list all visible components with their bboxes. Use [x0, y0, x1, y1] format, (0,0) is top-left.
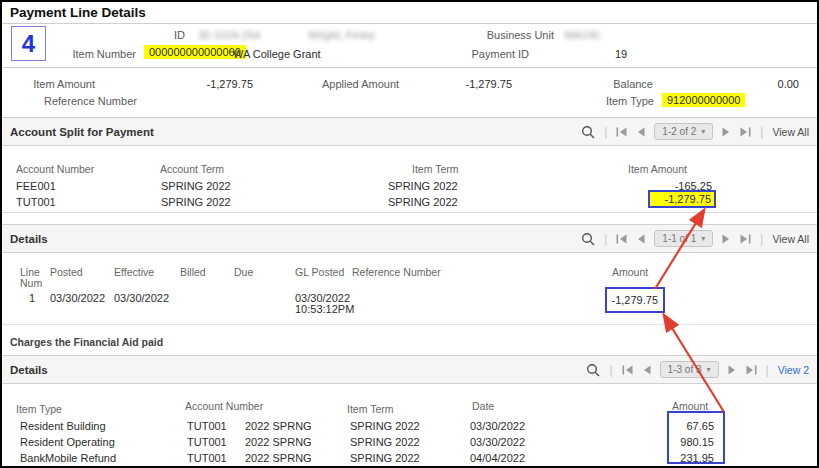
col-item-term: Item Term — [347, 403, 393, 415]
next-page-icon[interactable] — [722, 234, 731, 244]
previous-page-icon[interactable] — [636, 127, 645, 137]
id-label: ID — [122, 29, 185, 41]
col-amount: Amount — [612, 266, 648, 278]
page-title: Payment Line Details — [10, 5, 146, 20]
pagination-separator: | — [604, 232, 607, 246]
col-reference-number: Reference Number — [352, 266, 441, 278]
payment-id-value: 19 — [615, 48, 627, 60]
cell-item-term: SPRING 2022 — [388, 196, 458, 208]
view-all-link[interactable]: View All — [772, 233, 809, 245]
chevron-down-icon: ▾ — [701, 127, 705, 136]
student-name-redacted: Wright, Finley — [308, 29, 375, 41]
pagination-separator: | — [760, 232, 763, 246]
cell-account-term: 2022 SPRNG — [245, 436, 312, 448]
col-item-amount: Item Amount — [628, 163, 687, 175]
item-number-value: 000000000000060 — [144, 45, 246, 59]
col-due: Due — [234, 266, 253, 278]
page-range-select[interactable]: 1-1 of 1▾ — [654, 230, 713, 247]
first-page-icon[interactable] — [622, 365, 633, 375]
cell-account-number: FEE001 — [16, 180, 56, 192]
cell-item-term: SPRING 2022 — [388, 180, 458, 192]
cell-item-type: BankMobile Refund — [20, 452, 116, 464]
applied-amount-value: -1,279.75 — [442, 78, 512, 90]
cell-account-number: TUT001 — [187, 452, 227, 464]
details-title: Details — [10, 233, 48, 245]
search-icon[interactable] — [586, 363, 600, 377]
cell-account-term: SPRING 2022 — [161, 196, 231, 208]
reference-number-label: Reference Number — [44, 95, 132, 107]
note-text: Charges the Financial Aid paid — [10, 336, 163, 348]
account-split-pagination: | 1-2 of 2▾ | View All — [581, 123, 809, 140]
cell-amount: -1,279.75 — [612, 294, 658, 306]
last-page-icon[interactable] — [740, 234, 751, 244]
previous-page-icon[interactable] — [642, 365, 651, 375]
search-icon[interactable] — [581, 232, 595, 246]
col-effective: Effective — [114, 266, 154, 278]
business-unit-label: Business Unit — [457, 29, 554, 41]
amount-annotation-box: -1,279.75 — [605, 287, 665, 313]
cell-item-amount: -1,279.75 — [665, 193, 711, 205]
col-item-term: Item Term — [412, 163, 458, 175]
pagination-separator: | — [604, 125, 607, 139]
previous-page-icon[interactable] — [636, 234, 645, 244]
highlighted-item-amount-annotation: -1,279.75 — [648, 190, 716, 208]
divider — [2, 324, 817, 325]
item-number-description: WA College Grant — [233, 48, 321, 60]
first-page-icon[interactable] — [616, 234, 627, 244]
item-number-label: Item Number — [60, 48, 136, 60]
item-amount-label: Item Amount — [22, 78, 95, 90]
cell-posted: 03/30/2022 — [50, 292, 105, 304]
charges-details-pagination: | 1-3 of 3▾ | View 2 — [586, 361, 809, 378]
cell-date: 03/30/2022 — [470, 436, 525, 448]
cell-account-number: TUT001 — [16, 196, 56, 208]
charges-details-title: Details — [10, 364, 48, 376]
charge-amounts-annotation-box — [667, 411, 725, 464]
divider — [2, 212, 817, 213]
pagination-separator: | — [760, 125, 763, 139]
cell-item-type: Resident Building — [20, 420, 106, 432]
cell-date: 03/30/2022 — [470, 420, 525, 432]
page-range-select[interactable]: 1-3 of 3▾ — [660, 361, 719, 378]
balance-value: 0.00 — [742, 78, 799, 90]
last-page-icon[interactable] — [740, 127, 751, 137]
cell-item-term: SPRING 2022 — [350, 420, 420, 432]
next-page-icon[interactable] — [722, 127, 731, 137]
cell-account-term: 2022 SPRNG — [245, 420, 312, 432]
item-amount-value: -1,279.75 — [182, 78, 253, 90]
cell-account-number: TUT001 — [187, 436, 227, 448]
item-type-label: Item Type — [594, 95, 654, 107]
last-page-icon[interactable] — [746, 365, 757, 375]
divider — [2, 23, 817, 24]
col-account-term: Account Term — [160, 163, 224, 175]
charges-details-header-bar: Details | 1-3 of 3▾ | View 2 — [2, 355, 817, 384]
view-all-link[interactable]: View All — [772, 126, 809, 138]
col-item-type: Item Type — [16, 403, 62, 415]
business-unit-value-redacted: WA190 — [564, 29, 600, 41]
col-billed: Billed — [180, 266, 206, 278]
col-date: Date — [472, 400, 494, 412]
details-pagination: | 1-1 of 1▾ | View All — [581, 230, 809, 247]
step-badge: 4 — [11, 26, 46, 61]
col-account-number: Account Number — [185, 400, 263, 412]
payment-id-label: Payment ID — [457, 48, 529, 60]
view-2-link[interactable]: View 2 — [778, 364, 809, 376]
details-header-bar: Details | 1-1 of 1▾ | View All — [2, 224, 817, 253]
cell-gl-posted-time: 10:53:12PM — [295, 303, 354, 315]
cell-account-number: TUT001 — [187, 420, 227, 432]
pagination-separator: | — [766, 363, 769, 377]
chevron-down-icon: ▾ — [707, 365, 711, 374]
page-range-select[interactable]: 1-2 of 2▾ — [654, 123, 713, 140]
cell-item-type: Resident Operating — [20, 436, 115, 448]
cell-account-term: 2022 SPRNG — [245, 452, 312, 464]
col-posted: Posted — [50, 266, 83, 278]
balance-label: Balance — [592, 78, 653, 90]
next-page-icon[interactable] — [728, 365, 737, 375]
cell-line-num: 1 — [29, 292, 35, 304]
id-value-redacted: 30-1024-264 — [198, 29, 260, 41]
col-gl-posted: GL Posted — [295, 266, 344, 278]
cell-date: 04/04/2022 — [470, 452, 525, 464]
col-num: Num — [20, 277, 42, 289]
chevron-down-icon: ▾ — [701, 234, 705, 243]
first-page-icon[interactable] — [616, 127, 627, 137]
search-icon[interactable] — [581, 125, 595, 139]
